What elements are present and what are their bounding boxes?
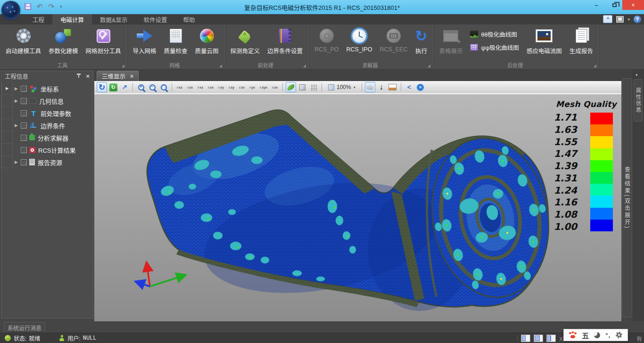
tree-checkbox[interactable] — [21, 98, 27, 104]
view-orientation-button-6[interactable]: yzx — [237, 82, 247, 92]
pin-icon[interactable] — [76, 74, 81, 79]
ribbon-button-执行[interactable]: ↻执行 — [411, 26, 431, 56]
view-orientation-button-7[interactable]: yyx — [248, 82, 257, 92]
panel-close-icon[interactable]: × — [86, 73, 90, 79]
tree-item-RCS计算结果[interactable]: RCS计算结果 — [1, 144, 93, 156]
pan-button[interactable]: ↗ — [119, 82, 130, 92]
help-button[interactable]: ? — [634, 16, 641, 23]
ribbon-button-导入网格[interactable]: 导入网格 — [129, 26, 160, 56]
tree-item-坐标系[interactable]: ▶▶坐标系 — [1, 82, 93, 95]
ribbon-button-感应电磁流图[interactable]: 感应电磁流图 — [523, 26, 566, 56]
clip-plane-button[interactable] — [365, 82, 375, 92]
group-dialog-launcher-icon[interactable] — [303, 65, 306, 67]
group-dialog-launcher-icon[interactable] — [219, 65, 222, 67]
tree-checkbox[interactable] — [21, 159, 27, 165]
screen-icon[interactable] — [616, 16, 624, 23]
screen-caret-icon[interactable]: ▾ — [627, 17, 630, 22]
ribbon-button-探测角定义[interactable]: 探测角定义 — [227, 26, 264, 56]
axis-y-icon: y — [249, 86, 251, 89]
ribbon-button-边界条件设置[interactable]: 边界条件设置 — [264, 26, 306, 56]
zoom-fit-button[interactable]: □ — [158, 82, 169, 92]
view-orientation-button-8[interactable]: yzyx — [258, 82, 269, 92]
minimize-button[interactable]: – — [588, 0, 604, 10]
menu-tab-电磁计算[interactable]: 电磁计算 — [52, 14, 92, 24]
expand-arrow-icon[interactable]: ▶ — [13, 123, 20, 128]
ribbon-button-参数化建模[interactable]: 参数化建模 — [45, 26, 82, 56]
tab-3d-display[interactable]: 三维显示 × — [97, 71, 139, 81]
ribbon-button-质量检查[interactable]: 质量检查 — [160, 26, 191, 56]
restore-button[interactable] — [606, 0, 622, 10]
export-image-button[interactable] — [388, 82, 398, 92]
zoom-out-button[interactable]: − — [147, 82, 157, 92]
tree-checkbox[interactable] — [21, 147, 27, 153]
tab-close-icon[interactable]: × — [130, 73, 133, 80]
undo-icon[interactable]: ↶ — [37, 3, 43, 10]
zoom-in-icon: + — [138, 84, 144, 90]
tree-checkbox[interactable] — [21, 122, 27, 129]
zoom-in-button[interactable]: + — [136, 82, 146, 92]
rotate-button[interactable]: ↻ — [97, 82, 107, 92]
view-orientation-button-3[interactable]: yzx — [206, 82, 215, 92]
menu-tab-软件设置[interactable]: 软件设置 — [135, 14, 175, 24]
results-collapsed-tab[interactable]: 查看结果(双击展开) — [622, 78, 632, 318]
quick-access-caret-icon[interactable]: ▾ — [60, 4, 62, 9]
expand-arrow-icon[interactable]: ▶ — [13, 160, 20, 164]
ribbon-button-ψψ极化曲线图[interactable]: ψψ极化曲线图 — [470, 43, 519, 52]
view-orientation-button-9[interactable]: yzx — [270, 82, 280, 92]
ribbon-button-网格剖分工具[interactable]: 网格剖分工具 — [82, 26, 125, 56]
ime-settings-gear-icon[interactable] — [616, 332, 622, 338]
ribbon-button-θθ极化曲线图[interactable]: θθ极化曲线图 — [470, 30, 519, 39]
ribbon-button-生成报告[interactable]: 生成报告 — [566, 26, 597, 56]
tree-checkbox[interactable] — [21, 135, 27, 141]
expand-arrow-icon[interactable]: ▶ — [13, 98, 20, 103]
ime-logo-paw-icon[interactable] — [569, 332, 577, 339]
tree-item-报告资源[interactable]: ▶报告资源 — [1, 156, 93, 168]
menu-tab-帮助[interactable]: 帮助 — [175, 14, 203, 24]
redo-icon[interactable]: ↷ — [49, 3, 55, 10]
ribbon-button-RCS_IPO[interactable]: RCS_IPO — [343, 26, 376, 54]
save-icon[interactable] — [25, 3, 31, 10]
ime-toolbar[interactable]: 五 °, — [563, 329, 628, 341]
expand-arrow-icon[interactable]: ▶ — [13, 86, 20, 91]
ime-wubi-mode-button[interactable]: 五 — [582, 330, 589, 340]
layout-wide-panel-button[interactable] — [534, 335, 543, 342]
view-orientation-button-0[interactable]: yxz — [175, 82, 184, 92]
group-dialog-launcher-icon[interactable] — [594, 65, 596, 67]
app-logo[interactable] — [1, 1, 20, 20]
group-dialog-launcher-icon[interactable] — [428, 65, 430, 67]
mesh-model[interactable] — [94, 94, 621, 321]
close-view-button[interactable]: × — [415, 82, 426, 92]
view-orientation-button-5[interactable]: yzy — [227, 82, 236, 92]
view-orientation-button-2[interactable]: yxz — [196, 82, 205, 92]
arrow_down-button[interactable]: ↓ — [376, 82, 387, 92]
ime-punctuation-button[interactable]: °, — [605, 332, 611, 339]
tree-item-几何信息[interactable]: ▶几何信息 — [1, 95, 93, 107]
layout-left-panel-button[interactable] — [521, 335, 530, 342]
viewport-canvas[interactable]: Mesh Quality 1.711.631.551.471.391.311.2… — [94, 94, 621, 321]
grid-dots-button[interactable] — [308, 82, 319, 92]
collapse-ribbon-button[interactable]: ^ — [603, 15, 612, 23]
property-info-collapsed-tab[interactable]: 属性信息 — [634, 79, 643, 122]
tree-item-分析求解器[interactable]: 分析求解器 — [1, 131, 93, 144]
share-button[interactable]: < — [404, 82, 414, 92]
shaded-leaf-button[interactable] — [286, 82, 296, 92]
menu-tab-数据&显示[interactable]: 数据&显示 — [92, 14, 135, 24]
ime-halfwidth-moon-icon[interactable] — [594, 332, 600, 338]
menu-tab-工程[interactable]: 工程 — [25, 14, 52, 24]
ribbon-button-质量云图[interactable]: 质量云图 — [191, 26, 223, 56]
layout-narrow-panel-button[interactable] — [546, 335, 556, 342]
tree-item-前处理参数[interactable]: 前处理参数 — [1, 107, 93, 119]
tree-checkbox[interactable] — [21, 86, 27, 92]
view-orientation-button-1[interactable]: yzx — [185, 82, 195, 92]
view-orientation-button-4[interactable]: yzy — [216, 82, 226, 92]
system-messages-tab[interactable]: 系统运行消息 — [4, 322, 45, 333]
group-dialog-launcher-icon[interactable] — [122, 65, 124, 67]
dock-caret-icon[interactable]: ▾ — [636, 73, 638, 77]
flat-shade-button[interactable] — [297, 82, 307, 92]
ribbon-button-启动建模工具[interactable]: 启动建模工具 — [2, 26, 45, 56]
tree-checkbox[interactable] — [21, 110, 27, 116]
tree-item-边界条件[interactable]: ▶边界条件 — [1, 119, 93, 131]
orbit-button[interactable]: ↻ — [108, 82, 118, 92]
zoom-level-select[interactable]: 100%▾ — [325, 82, 359, 92]
close-button[interactable]: × — [622, 0, 644, 10]
